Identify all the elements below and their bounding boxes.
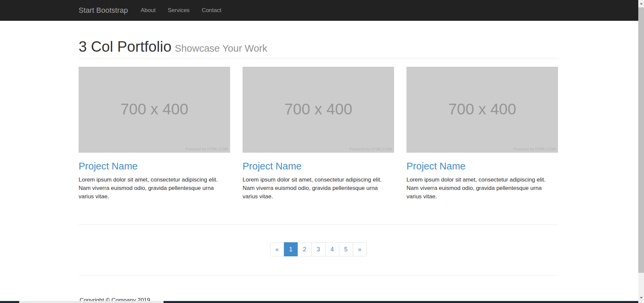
- placeholder-watermark: Powered by HTML.COM: [513, 147, 556, 151]
- divider-top: [79, 58, 558, 58]
- scrollbar-up-button[interactable]: [638, 0, 644, 7]
- pagination-prev[interactable]: «: [270, 242, 284, 256]
- placeholder-image: 700 x 400 Powered by HTML.COM: [243, 67, 394, 153]
- pagination-next[interactable]: »: [353, 242, 367, 256]
- placeholder-dimensions-label: 700 x 400: [243, 100, 394, 118]
- placeholder-watermark: Powered by HTML.COM: [349, 147, 392, 151]
- project-description: Lorem ipsum dolor sit amet, consectetur …: [243, 175, 394, 201]
- scrollbar-corner: [638, 301, 644, 303]
- pagination-page-4[interactable]: 4: [325, 242, 339, 256]
- divider-middle: [79, 224, 558, 225]
- placeholder-image: 700 x 400 Powered by HTML.COM: [406, 67, 558, 153]
- portfolio-card: 700 x 400 Powered by HTML.COM Project Na…: [79, 67, 230, 201]
- arrow-up-icon: [640, 3, 643, 4]
- page-subtitle: Showcase Your Work: [175, 43, 267, 54]
- pagination: « 1 2 3 4 5 »: [79, 242, 558, 256]
- portfolio-card: 700 x 400 Powered by HTML.COM Project Na…: [243, 67, 394, 201]
- scrollbar-down-button[interactable]: [638, 294, 644, 301]
- arrow-down-icon: [640, 297, 643, 299]
- scrollbar-thumb[interactable]: [638, 7, 644, 273]
- project-name-link[interactable]: Project Name: [79, 161, 230, 171]
- vertical-scrollbar[interactable]: [638, 0, 644, 301]
- page-title: 3 Col Portfolio: [79, 38, 171, 55]
- pagination-page-2[interactable]: 2: [298, 242, 312, 256]
- project-description: Lorem ipsum dolor sit amet, consectetur …: [79, 175, 230, 201]
- taskbar-strip: [0, 301, 644, 303]
- divider-bottom: [79, 275, 558, 275]
- taskbar-search-box[interactable]: [19, 301, 164, 303]
- project-name-link[interactable]: Project Name: [243, 161, 394, 171]
- placeholder-dimensions-label: 700 x 400: [79, 100, 230, 118]
- placeholder-dimensions-label: 700 x 400: [406, 100, 558, 118]
- pagination-page-3[interactable]: 3: [311, 242, 326, 256]
- portfolio-card: 700 x 400 Powered by HTML.COM Project Na…: [406, 67, 558, 201]
- project-description: Lorem ipsum dolor sit amet, consectetur …: [406, 175, 558, 201]
- placeholder-watermark: Powered by HTML.COM: [185, 147, 228, 151]
- pagination-page-1[interactable]: 1: [284, 242, 298, 256]
- main-content: 3 Col PortfolioShowcase Your Work 700 x …: [79, 0, 558, 303]
- page-header: 3 Col PortfolioShowcase Your Work: [79, 38, 267, 55]
- placeholder-image: 700 x 400 Powered by HTML.COM: [79, 67, 230, 153]
- project-name-link[interactable]: Project Name: [406, 161, 558, 171]
- pagination-page-5[interactable]: 5: [339, 242, 353, 256]
